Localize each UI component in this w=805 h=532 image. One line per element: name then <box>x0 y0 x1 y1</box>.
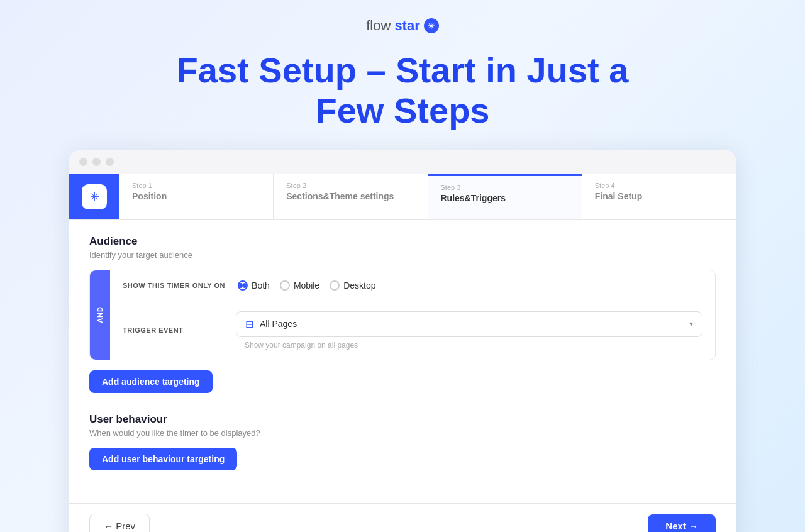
logo-star-text: star <box>394 18 419 34</box>
show-timer-row: SHOW THIS TIMER ONLY ON Both <box>110 270 715 301</box>
dropdown-hint: Show your campaign on all pages <box>236 337 702 350</box>
step-1-name: Position <box>132 191 260 201</box>
chrome-dot-2 <box>92 158 101 166</box>
step-1-label: Step 1 <box>132 182 260 189</box>
logo-badge-icon: ✳ <box>424 18 439 33</box>
step-1[interactable]: Step 1 Position <box>119 174 274 219</box>
step-3-name: Rules&Triggers <box>441 193 569 203</box>
radio-both-label: Both <box>252 280 270 291</box>
show-timer-label: SHOW THIS TIMER ONLY ON <box>123 282 225 289</box>
step-logo-icon: ✳ <box>82 184 107 209</box>
dropdown-value: All Pages <box>260 319 297 329</box>
step-3[interactable]: Step 3 Rules&Triggers <box>428 174 582 219</box>
dropdown-chevron-icon: ▾ <box>689 319 693 328</box>
radio-desktop-label: Desktop <box>343 280 375 291</box>
trigger-event-row: TRIGGER EVENT ⊟ All Pages ▾ Show your ca… <box>110 301 715 360</box>
add-audience-btn[interactable]: Add audience targeting <box>89 370 213 393</box>
and-text: AND <box>96 306 104 323</box>
audience-section: Audience Identify your target audience A… <box>89 235 716 411</box>
content-area: Audience Identify your target audience A… <box>69 220 736 503</box>
steps-nav: ✳ Step 1 Position Step 2 Sections&Theme … <box>69 174 736 220</box>
radio-both[interactable]: Both <box>238 280 270 291</box>
add-user-behaviour-label: Add user behaviour targeting <box>102 454 225 464</box>
radio-desktop[interactable]: Desktop <box>330 280 375 291</box>
main-card: ✳ Step 1 Position Step 2 Sections&Theme … <box>69 150 736 532</box>
chrome-dot-1 <box>79 158 87 166</box>
and-badge: AND <box>90 270 110 360</box>
add-user-behaviour-btn[interactable]: Add user behaviour targeting <box>89 448 237 470</box>
step-4[interactable]: Step 4 Final Setup <box>582 174 736 219</box>
step-2-label: Step 2 <box>286 182 414 189</box>
radio-mobile-input[interactable] <box>280 280 290 291</box>
step-logo: ✳ <box>69 174 119 219</box>
dropdown-left: ⊟ All Pages <box>245 318 297 330</box>
logo-flow-text: flow <box>366 18 391 34</box>
dropdown-pages-icon: ⊟ <box>245 318 253 330</box>
step-2[interactable]: Step 2 Sections&Theme settings <box>274 174 428 219</box>
rules-block: AND SHOW THIS TIMER ONLY ON <box>89 270 716 360</box>
step-3-label: Step 3 <box>441 184 569 191</box>
radio-mobile[interactable]: Mobile <box>280 280 319 291</box>
rules-rows: SHOW THIS TIMER ONLY ON Both <box>110 270 715 360</box>
user-behaviour-section: User behaviour When would you like the t… <box>89 413 716 488</box>
hero-title: Fast Setup – Start in Just a Few Steps <box>132 44 673 150</box>
next-button[interactable]: Next → <box>648 514 716 532</box>
trigger-event-label: TRIGGER EVENT <box>123 326 223 334</box>
step-2-name: Sections&Theme settings <box>286 191 414 201</box>
device-controls: Both Mobile Desktop <box>238 280 702 291</box>
trigger-dropdown: ⊟ All Pages ▾ Show your campaign on all … <box>236 311 702 350</box>
device-radio-group: Both Mobile Desktop <box>238 280 375 291</box>
header: flowstar ✳ <box>0 0 805 44</box>
user-behaviour-desc: When would you like the timer to be disp… <box>89 428 716 438</box>
dropdown-select[interactable]: ⊟ All Pages ▾ <box>236 311 702 337</box>
step-4-label: Step 4 <box>595 182 723 189</box>
window-chrome <box>69 150 736 174</box>
add-audience-label: Add audience targeting <box>102 377 200 387</box>
user-behaviour-title: User behaviour <box>89 413 716 426</box>
bottom-nav: ← Prev Next → <box>69 503 736 532</box>
audience-title: Audience <box>89 235 716 248</box>
radio-mobile-label: Mobile <box>294 280 319 291</box>
chrome-dot-3 <box>106 158 114 166</box>
radio-desktop-input[interactable] <box>330 280 340 291</box>
radio-both-input[interactable] <box>238 280 248 291</box>
prev-button[interactable]: ← Prev <box>89 514 150 532</box>
logo: flowstar ✳ <box>366 18 438 34</box>
audience-desc: Identify your target audience <box>89 250 716 260</box>
step-4-name: Final Setup <box>595 191 723 201</box>
